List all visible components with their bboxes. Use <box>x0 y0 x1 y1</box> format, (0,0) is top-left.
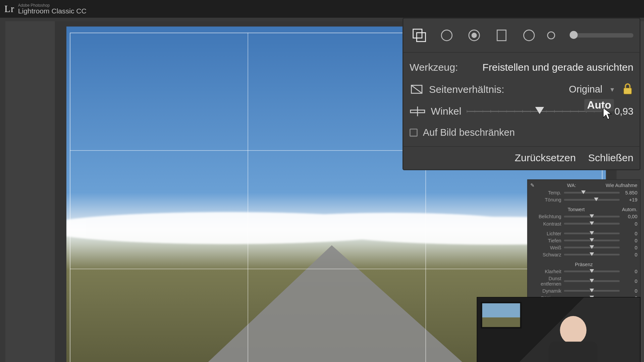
spot-removal-icon[interactable] <box>437 25 457 45</box>
crop-grid-line <box>248 33 248 362</box>
app-title: Adobe Photoshop Lightroom Classic CC <box>18 3 87 14</box>
angle-auto-button[interactable]: Auto <box>584 99 614 111</box>
vibrance-slider[interactable] <box>564 290 620 292</box>
tone-auto-button[interactable]: Autom. <box>622 207 637 212</box>
blacks-label: Schwarz <box>530 252 561 257</box>
temp-value[interactable]: 5.850 <box>622 190 637 195</box>
svg-rect-9 <box>624 88 632 94</box>
panel-buttons: Zurücksetzen Schließen <box>404 146 640 164</box>
exposure-label: Belichtung <box>530 214 561 219</box>
presence-header: Präsenz <box>575 262 593 267</box>
crop-tool-panel: Werkzeug: Freistellen und gerade ausrich… <box>402 18 640 170</box>
exposure-value[interactable]: 0,00 <box>622 214 637 219</box>
temp-slider[interactable] <box>564 192 620 193</box>
aspect-lock-icon[interactable] <box>622 83 633 96</box>
webcam-overlay <box>477 297 641 362</box>
svg-point-2 <box>441 30 452 41</box>
radial-filter-icon[interactable] <box>519 25 539 45</box>
main-area: Werkzeug: Freistellen und gerade ausrich… <box>0 18 644 362</box>
angle-slider[interactable] <box>467 110 601 113</box>
whites-value[interactable]: 0 <box>622 245 637 250</box>
vibrance-label: Dynamik <box>530 288 561 294</box>
temp-label: Temp. <box>530 190 561 195</box>
constrain-label: Auf Bild beschränken <box>423 127 515 138</box>
contrast-label: Kontrast <box>530 221 561 226</box>
svg-point-7 <box>548 32 555 39</box>
aspect-ratio-caret-icon[interactable]: ▾ <box>610 85 614 94</box>
dehaze-slider[interactable] <box>564 280 620 282</box>
redeye-icon[interactable] <box>465 25 484 45</box>
clarity-slider[interactable] <box>564 270 620 272</box>
tint-label: Tönung <box>530 197 561 202</box>
highlights-label: Lichter <box>530 231 561 236</box>
dehaze-value[interactable]: 0 <box>622 279 637 284</box>
clarity-value[interactable]: 0 <box>622 269 637 274</box>
slider-knob[interactable] <box>570 31 578 39</box>
brush-size-slider[interactable] <box>570 33 633 38</box>
crop-tool-icon[interactable] <box>410 25 429 45</box>
graduated-filter-icon[interactable] <box>492 25 511 45</box>
titlebar: Lr Adobe Photoshop Lightroom Classic CC <box>0 0 644 18</box>
shadows-value[interactable]: 0 <box>622 238 637 243</box>
tool-name-row: Werkzeug: Freistellen und gerade ausrich… <box>410 57 633 78</box>
contrast-slider[interactable] <box>564 223 620 225</box>
reset-button[interactable]: Zurücksetzen <box>515 152 576 164</box>
svg-rect-5 <box>497 30 506 41</box>
svg-rect-1 <box>417 33 425 42</box>
shadows-label: Tiefen <box>530 238 561 243</box>
tint-value[interactable]: +19 <box>622 197 637 202</box>
angle-knob[interactable] <box>535 107 544 114</box>
whites-label: Weiß <box>530 245 561 250</box>
angle-label: Winkel <box>431 105 461 117</box>
exposure-slider[interactable] <box>564 216 620 218</box>
app-logo: Lr <box>4 3 14 14</box>
blacks-value[interactable]: 0 <box>622 252 637 257</box>
tool-label: Werkzeug: <box>410 61 458 73</box>
vibrance-value[interactable]: 0 <box>622 288 637 294</box>
separator <box>404 52 640 53</box>
app-product-line: Adobe Photoshop <box>18 3 87 7</box>
tint-slider[interactable] <box>564 199 620 200</box>
blacks-slider[interactable] <box>564 254 620 255</box>
tool-name: Freistellen und gerade ausrichten <box>482 61 633 73</box>
contrast-value[interactable]: 0 <box>622 221 637 226</box>
aspect-ratio-row: Seitenverhältnis: Original ▾ <box>410 78 633 101</box>
straighten-icon[interactable] <box>410 106 425 117</box>
angle-track <box>467 111 601 112</box>
toolstrip <box>410 23 633 51</box>
constrain-row: Auf Bild beschränken <box>410 122 633 146</box>
wb-value[interactable]: Wie Aufnahme <box>606 183 637 188</box>
wb-label: WA: <box>567 183 576 188</box>
close-button[interactable]: Schließen <box>588 152 633 164</box>
aspect-ratio-label: Seitenverhältnis: <box>429 83 504 96</box>
svg-point-6 <box>524 30 534 41</box>
aspect-ratio-icon[interactable] <box>410 82 424 96</box>
highlights-slider[interactable] <box>564 233 620 234</box>
aspect-ratio-value[interactable]: Original <box>569 83 602 95</box>
clarity-label: Klarheit <box>530 269 561 274</box>
shadows-slider[interactable] <box>564 240 620 241</box>
crop-grid-line <box>70 269 602 269</box>
dehaze-label: Dunst entfernen <box>530 276 561 287</box>
svg-point-4 <box>472 33 476 38</box>
tone-header: Tonwert <box>568 207 585 212</box>
constrain-checkbox[interactable] <box>410 129 418 137</box>
highlights-value[interactable]: 0 <box>622 231 637 236</box>
svg-rect-0 <box>413 29 422 38</box>
app-name: Lightroom Classic CC <box>18 7 87 14</box>
adjustment-brush-icon[interactable] <box>547 25 558 45</box>
whites-slider[interactable] <box>564 247 620 248</box>
